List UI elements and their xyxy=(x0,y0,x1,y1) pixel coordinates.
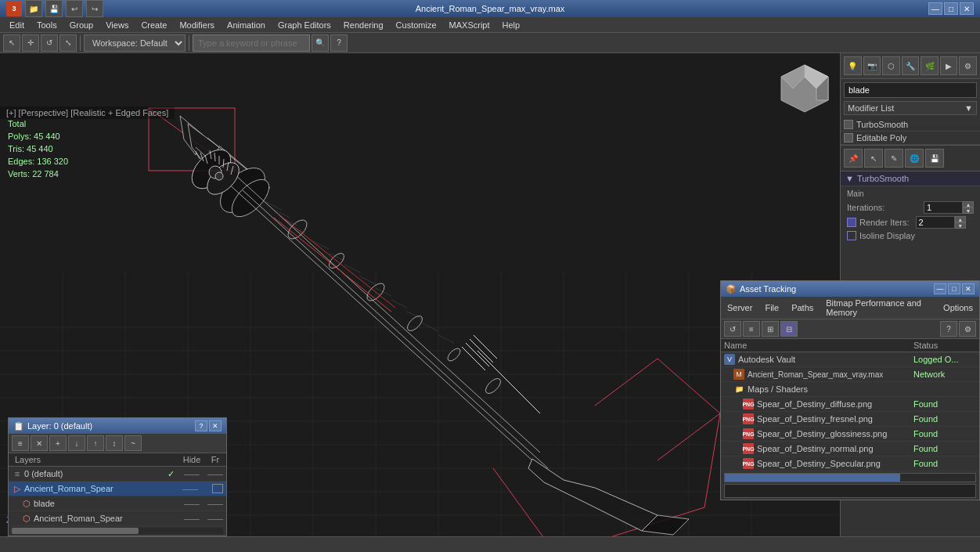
rp-motion-btn[interactable]: ▶ xyxy=(940,56,958,75)
tb-rotate[interactable]: ↺ xyxy=(41,34,58,52)
asset-close-btn[interactable]: ✕ xyxy=(962,283,975,294)
modifier-editablepoly[interactable]: Editable Poly xyxy=(841,132,980,145)
asset-inputbar[interactable] xyxy=(724,484,976,498)
viewport-cube[interactable] xyxy=(777,61,832,116)
rp-env-btn[interactable]: 🌐 xyxy=(905,149,924,168)
lt-up-btn[interactable]: ↑ xyxy=(87,435,104,451)
rp-modify2-btn[interactable]: ✎ xyxy=(885,149,903,168)
layer-panel-close-btn[interactable]: ✕ xyxy=(209,420,222,431)
menu-edit[interactable]: Edit xyxy=(3,19,31,31)
asset-menu-server[interactable]: Server xyxy=(721,301,758,314)
asset-row-gloss[interactable]: PNG Spear_of_Destiny_glossiness.png Foun… xyxy=(721,427,979,442)
render-iters-spinner[interactable]: ▲ ▼ xyxy=(955,216,966,229)
save-btn[interactable]: 💾 xyxy=(45,0,63,17)
render-iters-input[interactable]: 2 xyxy=(916,216,955,229)
lt-down-btn[interactable]: ↓ xyxy=(68,435,85,451)
menu-maxscript[interactable]: MAXScript xyxy=(443,19,496,31)
at-help-btn[interactable]: ? xyxy=(940,321,957,337)
minimize-btn[interactable]: — xyxy=(928,2,942,15)
search-input[interactable] xyxy=(193,34,310,52)
asset-row-normal[interactable]: PNG Spear_of_Destiny_normal.png Found xyxy=(721,442,979,456)
workspace-selector[interactable]: Workspace: Default xyxy=(84,34,186,52)
asset-name-diffuse: Spear_of_Destiny_diffuse.png xyxy=(757,399,913,409)
menu-help[interactable]: Help xyxy=(496,19,527,31)
at-table-btn[interactable]: ⊟ xyxy=(780,321,798,337)
tb-move[interactable]: ✛ xyxy=(22,34,39,52)
mod-ep-checkbox[interactable] xyxy=(844,133,853,143)
lt-layers-btn[interactable]: ≡ xyxy=(12,435,29,451)
modifier-list-dropdown-icon[interactable]: ▼ xyxy=(964,103,973,113)
menu-views[interactable]: Views xyxy=(99,19,135,31)
asset-row-specular[interactable]: PNG Spear_of_Destiny_Specular.png Found xyxy=(721,456,979,471)
menu-tools[interactable]: Tools xyxy=(31,19,63,31)
asset-icon-vault: V xyxy=(724,354,735,365)
at-settings-btn[interactable]: ⚙ xyxy=(959,321,976,337)
render-iters-checkbox[interactable] xyxy=(847,218,856,227)
ri-up[interactable]: ▲ xyxy=(955,216,966,222)
at-refresh-btn[interactable]: ↺ xyxy=(724,321,741,337)
menu-animation[interactable]: Animation xyxy=(221,19,272,31)
search-btn[interactable]: 🔍 xyxy=(312,34,329,52)
file-btn[interactable]: 📁 xyxy=(25,0,42,17)
ri-down[interactable]: ▼ xyxy=(955,222,966,229)
layer-box-ars xyxy=(212,484,223,493)
iterations-row: Iterations: 1 ▲ ▼ xyxy=(847,201,974,214)
asset-row-maps[interactable]: 📁 Maps / Shaders xyxy=(721,382,979,397)
menu-customize[interactable]: Customize xyxy=(390,19,443,31)
rp-geo-btn[interactable]: ⬡ xyxy=(882,56,900,75)
layer-row-blade[interactable]: ⬡ blade —— —— xyxy=(9,496,226,511)
asset-menu-bitmap[interactable]: Bitmap Performance and Memory xyxy=(820,297,937,319)
rp-display-btn[interactable]: 💡 xyxy=(844,56,862,75)
iterations-spinner[interactable]: ▲ ▼ xyxy=(963,201,974,214)
layer-row-default[interactable]: ≡ 0 (default) ✓ —— —— xyxy=(9,467,226,482)
layer-scroll-thumb[interactable] xyxy=(12,528,139,534)
asset-menu-file[interactable]: File xyxy=(758,301,785,314)
asset-row-diffuse[interactable]: PNG Spear_of_Destiny_diffuse.png Found xyxy=(721,397,979,412)
lt-move-btn[interactable]: ↕ xyxy=(106,435,123,451)
object-name-input[interactable] xyxy=(844,82,977,98)
asset-maximize-btn[interactable]: □ xyxy=(948,283,960,294)
layer-scrollbar[interactable] xyxy=(12,528,223,534)
layer-panel-help-btn[interactable]: ? xyxy=(195,420,207,431)
isoline-checkbox[interactable] xyxy=(847,231,856,240)
tb-select[interactable]: ↖ xyxy=(3,34,20,52)
redo-btn[interactable]: ↪ xyxy=(86,0,103,17)
asset-row-vault[interactable]: V Autodesk Vault Logged O... xyxy=(721,352,979,367)
rp-select-btn[interactable]: ↖ xyxy=(864,149,883,168)
tb-scale[interactable]: ⤡ xyxy=(59,34,77,52)
modifier-list-bar[interactable]: Modifier List ▼ xyxy=(844,101,977,115)
maximize-btn[interactable]: □ xyxy=(944,2,958,15)
rp-save-btn[interactable]: 💾 xyxy=(925,149,944,168)
turbosmooth-section-header[interactable]: ▼ TurboSmooth xyxy=(841,171,980,186)
mod-ts-checkbox[interactable] xyxy=(844,120,853,129)
at-list-btn[interactable]: ≡ xyxy=(743,321,760,337)
close-btn[interactable]: ✕ xyxy=(960,2,974,15)
asset-menu-paths[interactable]: Paths xyxy=(785,301,820,314)
asset-minimize-btn[interactable]: — xyxy=(934,283,946,294)
menu-rendering[interactable]: Rendering xyxy=(337,19,390,31)
at-grid-btn[interactable]: ⊞ xyxy=(762,321,779,337)
rp-modify-btn[interactable]: 🔧 xyxy=(902,56,920,75)
lt-merge-btn[interactable]: ~ xyxy=(124,435,142,451)
rp-util-btn[interactable]: ⚙ xyxy=(959,56,977,75)
modifier-turbosmooth[interactable]: TurboSmooth xyxy=(841,118,980,132)
menu-graph-editors[interactable]: Graph Editors xyxy=(272,19,337,31)
asset-row-fresnel[interactable]: PNG Spear_of_Destiny_fresnel.png Found xyxy=(721,412,979,427)
layer-row-ars2[interactable]: ⬡ Ancient_Roman_Spear —— —— xyxy=(9,511,226,526)
rp-hierarchy-btn[interactable]: 🌿 xyxy=(921,56,939,75)
menu-group[interactable]: Group xyxy=(63,19,100,31)
menu-create[interactable]: Create xyxy=(135,19,173,31)
iter-down[interactable]: ▼ xyxy=(963,207,974,214)
help-btn[interactable]: ? xyxy=(330,34,348,52)
iter-up[interactable]: ▲ xyxy=(963,201,974,207)
menu-modifiers[interactable]: Modifiers xyxy=(173,19,221,31)
lt-del-btn[interactable]: ✕ xyxy=(31,435,48,451)
layer-row-ars[interactable]: ▷ Ancient_Roman_Spear —— xyxy=(9,482,226,496)
rp-camera-btn[interactable]: 📷 xyxy=(863,56,881,75)
iterations-input[interactable]: 1 xyxy=(924,201,963,214)
rp-pin-btn[interactable]: 📌 xyxy=(844,149,863,168)
lt-add-btn[interactable]: + xyxy=(49,435,67,451)
undo-btn[interactable]: ↩ xyxy=(66,0,83,17)
asset-menu-options[interactable]: Options xyxy=(937,301,979,314)
asset-row-maxfile[interactable]: M Ancient_Roman_Spear_max_vray.max Netwo… xyxy=(721,367,979,382)
